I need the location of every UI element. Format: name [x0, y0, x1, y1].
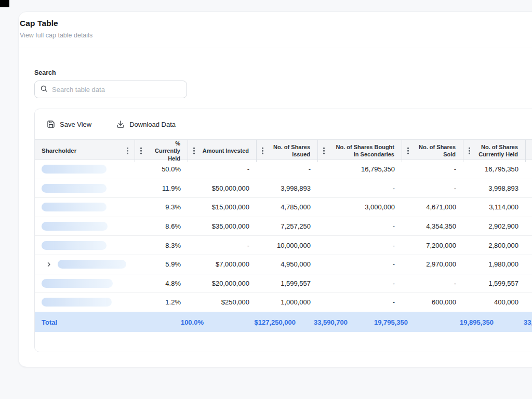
table-total-row: Total 100.0% $127,250,000 33,590,700 19,…	[35, 312, 532, 332]
cell-shares-currently-held: 2,800,000	[463, 236, 526, 255]
column-header-label: % Currently Held	[149, 140, 180, 162]
cell-amount-invested: $35,000,000	[188, 217, 257, 236]
cell-shares-issued: 7,257,250	[257, 217, 318, 236]
column-header-amount-invested[interactable]: Amount Invested	[188, 140, 257, 162]
shareholder-cell	[35, 217, 135, 236]
table-row[interactable]: 8.6%$35,000,0007,257,250-4,354,3502,902,…	[35, 217, 532, 236]
total-shares-bought: 19,795,350	[343, 318, 408, 326]
cell-pct-held: 4.8%	[135, 274, 188, 293]
cell-amount-invested: $250,000	[188, 293, 257, 312]
search-box[interactable]	[34, 81, 187, 98]
shareholder-name-redacted	[42, 222, 108, 231]
cell-shares-sold: 4,354,350	[402, 217, 463, 236]
cell-pct-held: 8.6%	[135, 217, 188, 236]
shareholder-name-redacted	[42, 241, 107, 250]
header-divider	[19, 47, 532, 47]
table-row[interactable]: 5.9%$7,000,0004,950,000-2,970,0001,980,0…	[35, 255, 532, 274]
cap-table-page: { "page": { "title": "Cap Table", "subti…	[0, 0, 532, 399]
table-toolbar: Save View Download Data	[35, 109, 176, 139]
shareholder-cell	[35, 236, 135, 255]
cell-overflow	[526, 198, 532, 217]
cell-shares-issued: 4,950,000	[257, 255, 318, 274]
cell-overflow	[526, 236, 532, 255]
table-row[interactable]: 4.8%$20,000,0001,599,557--1,599,557	[35, 274, 532, 294]
column-header-shares-currently-held[interactable]: No. of Shares Currently Held	[463, 140, 526, 162]
cell-shares-currently-held: 1,980,000	[463, 255, 526, 274]
table-header-row: Shareholder% Currently HeldAmount Invest…	[35, 139, 532, 160]
cell-shares-sold: 7,200,000	[402, 236, 463, 255]
column-menu-icon[interactable]	[262, 148, 263, 154]
cell-shares-currently-held: 3,114,000	[463, 198, 526, 217]
column-menu-icon[interactable]	[407, 148, 409, 154]
screenshot-artifact	[0, 0, 9, 7]
cell-shares-bought: -	[318, 179, 402, 198]
table-card: Save View Download Data Shareholder% Cur…	[34, 109, 532, 352]
cell-overflow	[526, 293, 532, 312]
column-header-shares-issued[interactable]: No. of Shares Issued	[257, 140, 318, 162]
cell-shares-issued: 3,998,893	[257, 179, 318, 198]
cell-amount-invested: $20,000,000	[188, 274, 257, 293]
search-label: Search	[34, 69, 56, 76]
column-header-shareholder[interactable]: Shareholder	[35, 140, 135, 162]
cell-shares-issued: 10,000,000	[257, 236, 318, 255]
cell-shares-bought: -	[318, 217, 402, 236]
column-header-overflow	[526, 140, 532, 162]
cell-pct-held: 50.0%	[135, 160, 188, 179]
cell-shares-issued: 4,785,000	[257, 198, 318, 217]
cell-pct-held: 1.2%	[135, 293, 188, 312]
column-menu-icon[interactable]	[140, 148, 142, 154]
download-icon	[116, 120, 125, 128]
cell-shares-bought: -	[318, 236, 402, 255]
expand-row-icon[interactable]	[45, 261, 52, 268]
column-header-label: No. of Shares Bought in Secondaries	[336, 143, 394, 158]
shareholder-name-redacted	[42, 279, 113, 288]
search-icon	[40, 85, 48, 95]
column-menu-icon[interactable]	[193, 148, 195, 154]
column-menu-icon[interactable]	[323, 148, 325, 154]
column-header-shares-sold[interactable]: No. of Shares Sold	[402, 140, 463, 162]
cell-overflow	[526, 179, 532, 198]
total-label: Total	[42, 318, 57, 326]
page-subtitle: View full cap table details	[20, 32, 92, 39]
save-icon	[47, 120, 55, 128]
cap-table-panel: Cap Table View full cap table details Se…	[18, 11, 532, 367]
cell-shares-sold: 600,000	[402, 293, 463, 312]
table-row[interactable]: 8.3%-10,000,000-7,200,0002,800,000	[35, 236, 532, 255]
cell-shares-currently-held: 3,998,893	[463, 179, 526, 198]
shareholder-name-redacted	[42, 298, 112, 307]
cell-overflow	[526, 217, 532, 236]
total-shares-sold: 19,895,350	[429, 318, 494, 326]
column-menu-icon[interactable]	[469, 148, 470, 154]
cell-shares-bought: -	[318, 255, 402, 274]
cell-shares-sold: 4,671,000	[402, 198, 463, 217]
shareholder-cell	[35, 293, 135, 312]
total-shares-issued: 33,590,700	[283, 318, 348, 326]
cell-shares-sold: -	[402, 160, 463, 179]
cell-overflow	[526, 160, 532, 179]
cell-pct-held: 5.9%	[135, 255, 188, 274]
cell-shares-issued: -	[257, 160, 318, 179]
search-input[interactable]	[52, 86, 181, 94]
table-row[interactable]: 9.3%$15,000,0004,785,0003,000,0004,671,0…	[35, 198, 532, 217]
column-menu-icon[interactable]	[127, 148, 129, 154]
column-header-label: Shareholder	[42, 147, 76, 155]
column-header-shares-bought[interactable]: No. of Shares Bought in Secondaries	[318, 140, 402, 162]
cell-amount-invested: -	[188, 160, 257, 179]
cell-shares-issued: 1,599,557	[257, 274, 318, 293]
table-row[interactable]: 11.9%$50,000,0003,998,893--3,998,893	[35, 179, 532, 198]
table-row[interactable]: 1.2%$250,0001,000,000-600,000400,000	[35, 293, 532, 312]
cell-shares-bought: -	[318, 293, 402, 312]
table-row[interactable]: 50.0%--16,795,350-16,795,350	[35, 160, 532, 179]
shareholder-name-redacted	[42, 203, 107, 211]
download-data-button[interactable]: Download Data	[116, 120, 176, 128]
save-view-button[interactable]: Save View	[47, 120, 91, 128]
column-header-pct-held[interactable]: % Currently Held	[135, 140, 188, 162]
column-header-label: No. of Shares Sold	[419, 143, 456, 158]
shareholder-name-redacted	[42, 165, 107, 174]
cell-pct-held: 11.9%	[135, 179, 188, 198]
cell-shares-currently-held: 2,902,900	[463, 217, 526, 236]
total-pct-held: 100.0%	[139, 318, 204, 326]
cell-amount-invested: -	[188, 236, 257, 255]
cell-shares-bought: 16,795,350	[318, 160, 402, 179]
shareholder-name-redacted	[42, 184, 107, 193]
